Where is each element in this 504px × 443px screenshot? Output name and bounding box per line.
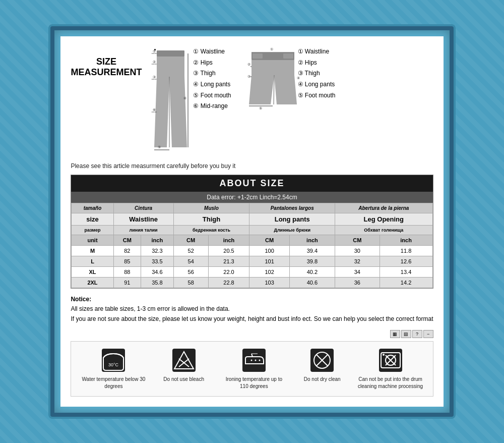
svg-text:⑥: ⑥ — [153, 108, 156, 112]
size-cell: 2XL — [72, 278, 113, 288]
waist-in-cell: 35.8 — [141, 278, 174, 288]
thigh-in-cell: 20.5 — [208, 246, 249, 256]
pants-label-2: ② Hips — [193, 58, 231, 69]
col-size-ru: размер — [72, 226, 113, 235]
thigh-in-cell: 21.3 — [208, 256, 249, 267]
lp-in-cell: 39.8 — [289, 256, 335, 267]
minimize-btn[interactable]: − — [423, 330, 433, 338]
lo-cm-cell: 30 — [335, 246, 380, 256]
lp-in-cell: 40.6 — [289, 278, 335, 288]
outer-border: SIZE MEASUREMENT — [50, 26, 453, 417]
svg-text:①: ① — [153, 49, 156, 53]
pants-label-3: ③ Thigh — [193, 68, 231, 79]
col-unit: unit — [72, 235, 113, 246]
svg-point-42 — [250, 359, 252, 361]
help-btn[interactable]: ? — [412, 330, 422, 338]
waist-in-cell: 34.6 — [141, 267, 174, 278]
header-row-russian: размер линия талии бедренная кость Длинн… — [72, 226, 432, 235]
pants-label-1: ① Waistline — [193, 46, 231, 58]
svg-point-44 — [259, 359, 260, 361]
lp-cm-cell: 102 — [249, 267, 289, 278]
svg-text:②: ② — [153, 60, 156, 64]
col-muslo: Muslo — [173, 203, 249, 213]
thigh-cm-cell: 58 — [173, 278, 208, 288]
waist-cm-cell: 91 — [113, 278, 141, 288]
grid-view-btn[interactable]: ▦ — [390, 330, 400, 338]
about-size-section: ABOUT SIZE Data error: +1-2cm Linch=2.54… — [71, 175, 433, 289]
svg-text:30°C: 30°C — [108, 362, 119, 367]
size-table-body: M 82 32.3 52 20.5 100 39.4 30 11.8 L 85 … — [72, 246, 432, 288]
care-item-iron: Ironing temperature up to 110 degrees — [221, 348, 287, 390]
thigh-in-cell: 22.0 — [208, 267, 249, 278]
shorts-label-1: ① Waistline — [298, 46, 336, 58]
thigh-cm-cell: 54 — [173, 256, 208, 267]
care-label-nodry: Do not dry clean — [304, 376, 341, 383]
svg-text:④: ④ — [297, 76, 300, 80]
care-section: 30°C Water temperature below 30 degrees — [71, 341, 433, 397]
svg-point-43 — [255, 359, 256, 361]
col-cintura: Cintura — [113, 203, 173, 213]
col-in4: inch — [380, 235, 432, 246]
data-error-row: Data error: +1-2cm Linch=2.54cm — [71, 192, 432, 203]
shorts-label-2: ② Hips — [298, 58, 336, 69]
col-size-en: size — [72, 213, 113, 226]
pants-label-6: ⑥ Mid-range — [193, 101, 231, 112]
size-table: tamaño Cintura Muslo Pantalones largos A… — [71, 203, 432, 288]
size-cell: M — [72, 246, 113, 256]
thigh-cm-cell: 52 — [173, 246, 208, 256]
table-row: M 82 32.3 52 20.5 100 39.4 30 11.8 — [72, 246, 432, 256]
care-item-nodrum: Can not be put into the drum cleaning ma… — [358, 348, 423, 390]
notice-title: Notice: — [71, 296, 91, 303]
pants-label-5: ⑤ Foot mouth — [193, 90, 231, 101]
table-row: XL 88 34.6 56 22.0 102 40.2 34 13.4 — [72, 267, 432, 278]
col-in3: inch — [289, 235, 335, 246]
lp-cm-cell: 103 — [249, 278, 289, 288]
lp-cm-cell: 101 — [249, 256, 289, 267]
no-drum-icon — [378, 348, 403, 373]
waist-cm-cell: 82 — [113, 246, 141, 256]
waist-cm-cell: 88 — [113, 267, 141, 278]
col-longpants: Long pants — [249, 213, 335, 226]
thigh-cm-cell: 56 — [173, 267, 208, 278]
about-size-header: ABOUT SIZE — [71, 175, 432, 192]
water-temp-icon: 30°C — [101, 348, 126, 373]
col-pants-ru: Длинные брюки — [249, 226, 335, 235]
lp-cm-cell: 100 — [249, 246, 289, 256]
svg-line-24 — [274, 75, 274, 104]
svg-text:④: ④ — [183, 96, 186, 100]
lo-in-cell: 11.8 — [380, 246, 432, 256]
controls-row: ▦ ▤ ? − — [71, 330, 433, 338]
shorts-label-3: ③ Thigh — [298, 68, 336, 79]
col-cm2: CM — [173, 235, 208, 246]
shorts-label-4: ④ Long pants — [298, 79, 336, 90]
pants-svg: ① ② ③ ④ ⑤ — [152, 46, 190, 152]
waist-in-cell: 33.5 — [141, 256, 174, 267]
lo-in-cell: 14.2 — [380, 278, 432, 288]
svg-rect-34 — [102, 349, 125, 372]
col-abertura: Abertura de la pierna — [335, 203, 432, 213]
diagram-right: ① — [246, 46, 336, 114]
care-label-water: Water temperature below 30 degrees — [81, 376, 146, 390]
diagram-container: ① ② ③ ④ ⑤ — [152, 46, 335, 154]
size-measurement-label: SIZE MEASUREMENT — [71, 46, 142, 78]
waist-cm-cell: 85 — [113, 256, 141, 267]
col-leg-ru: Обхват голенища — [335, 226, 432, 235]
svg-rect-21 — [251, 60, 294, 75]
lp-in-cell: 39.4 — [289, 246, 335, 256]
table-row: L 85 33.5 54 21.3 101 39.8 32 12.6 — [72, 256, 432, 267]
iron-icon — [241, 348, 267, 373]
lo-in-cell: 13.4 — [380, 267, 432, 278]
size-cell: L — [72, 256, 113, 267]
list-view-btn[interactable]: ▤ — [401, 330, 411, 338]
waist-in-cell: 32.3 — [141, 246, 174, 256]
col-legopening: Leg Opening — [335, 213, 432, 226]
header-row-spanish: tamaño Cintura Muslo Pantalones largos A… — [72, 203, 432, 213]
notice-above-table: Please see this article measurment caref… — [71, 162, 433, 170]
col-waistline: Waistline — [113, 213, 173, 226]
pants-measurement-list: ① Waistline ② Hips ③ Thigh ④ Long pants … — [193, 46, 231, 112]
svg-marker-22 — [249, 75, 274, 104]
svg-text:②: ② — [247, 63, 250, 66]
lo-cm-cell: 32 — [335, 256, 380, 267]
svg-marker-4 — [169, 77, 187, 147]
svg-rect-1 — [157, 50, 184, 57]
